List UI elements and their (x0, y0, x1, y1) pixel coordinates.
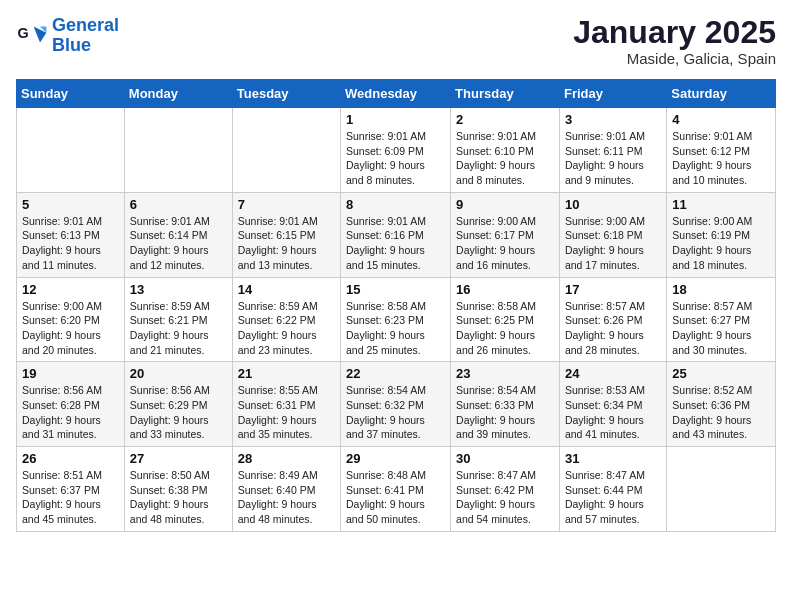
logo-text: General Blue (52, 16, 119, 56)
header-cell-sunday: Sunday (17, 80, 125, 108)
day-info: Sunrise: 9:01 AM Sunset: 6:11 PM Dayligh… (565, 129, 661, 188)
header-cell-monday: Monday (124, 80, 232, 108)
day-info: Sunrise: 8:50 AM Sunset: 6:38 PM Dayligh… (130, 468, 227, 527)
day-cell: 19Sunrise: 8:56 AM Sunset: 6:28 PM Dayli… (17, 362, 125, 447)
day-info: Sunrise: 8:54 AM Sunset: 6:32 PM Dayligh… (346, 383, 445, 442)
day-info: Sunrise: 8:58 AM Sunset: 6:23 PM Dayligh… (346, 299, 445, 358)
header-cell-wednesday: Wednesday (341, 80, 451, 108)
week-row-4: 19Sunrise: 8:56 AM Sunset: 6:28 PM Dayli… (17, 362, 776, 447)
day-number: 6 (130, 197, 227, 212)
day-cell: 2Sunrise: 9:01 AM Sunset: 6:10 PM Daylig… (451, 108, 560, 193)
day-number: 4 (672, 112, 770, 127)
day-cell: 3Sunrise: 9:01 AM Sunset: 6:11 PM Daylig… (559, 108, 666, 193)
day-info: Sunrise: 9:01 AM Sunset: 6:09 PM Dayligh… (346, 129, 445, 188)
day-cell (17, 108, 125, 193)
day-number: 28 (238, 451, 335, 466)
day-cell: 12Sunrise: 9:00 AM Sunset: 6:20 PM Dayli… (17, 277, 125, 362)
day-number: 31 (565, 451, 661, 466)
header-cell-tuesday: Tuesday (232, 80, 340, 108)
day-number: 13 (130, 282, 227, 297)
day-number: 20 (130, 366, 227, 381)
day-info: Sunrise: 8:47 AM Sunset: 6:44 PM Dayligh… (565, 468, 661, 527)
day-cell: 15Sunrise: 8:58 AM Sunset: 6:23 PM Dayli… (341, 277, 451, 362)
day-info: Sunrise: 8:57 AM Sunset: 6:26 PM Dayligh… (565, 299, 661, 358)
week-row-2: 5Sunrise: 9:01 AM Sunset: 6:13 PM Daylig… (17, 192, 776, 277)
day-number: 19 (22, 366, 119, 381)
day-cell: 4Sunrise: 9:01 AM Sunset: 6:12 PM Daylig… (667, 108, 776, 193)
day-cell: 7Sunrise: 9:01 AM Sunset: 6:15 PM Daylig… (232, 192, 340, 277)
day-cell: 13Sunrise: 8:59 AM Sunset: 6:21 PM Dayli… (124, 277, 232, 362)
day-number: 17 (565, 282, 661, 297)
day-info: Sunrise: 8:56 AM Sunset: 6:28 PM Dayligh… (22, 383, 119, 442)
week-row-3: 12Sunrise: 9:00 AM Sunset: 6:20 PM Dayli… (17, 277, 776, 362)
day-number: 22 (346, 366, 445, 381)
day-cell: 14Sunrise: 8:59 AM Sunset: 6:22 PM Dayli… (232, 277, 340, 362)
calendar-body: 1Sunrise: 9:01 AM Sunset: 6:09 PM Daylig… (17, 108, 776, 532)
day-cell (232, 108, 340, 193)
day-number: 8 (346, 197, 445, 212)
day-cell: 22Sunrise: 8:54 AM Sunset: 6:32 PM Dayli… (341, 362, 451, 447)
day-number: 21 (238, 366, 335, 381)
day-number: 9 (456, 197, 554, 212)
day-cell: 23Sunrise: 8:54 AM Sunset: 6:33 PM Dayli… (451, 362, 560, 447)
logo: G General Blue (16, 16, 119, 56)
title-block: January 2025 Maside, Galicia, Spain (573, 16, 776, 67)
day-info: Sunrise: 9:00 AM Sunset: 6:20 PM Dayligh… (22, 299, 119, 358)
day-info: Sunrise: 9:00 AM Sunset: 6:17 PM Dayligh… (456, 214, 554, 273)
day-number: 5 (22, 197, 119, 212)
day-cell: 27Sunrise: 8:50 AM Sunset: 6:38 PM Dayli… (124, 447, 232, 532)
day-cell: 8Sunrise: 9:01 AM Sunset: 6:16 PM Daylig… (341, 192, 451, 277)
day-cell (124, 108, 232, 193)
day-cell: 1Sunrise: 9:01 AM Sunset: 6:09 PM Daylig… (341, 108, 451, 193)
day-info: Sunrise: 8:54 AM Sunset: 6:33 PM Dayligh… (456, 383, 554, 442)
day-number: 29 (346, 451, 445, 466)
day-info: Sunrise: 8:57 AM Sunset: 6:27 PM Dayligh… (672, 299, 770, 358)
day-number: 15 (346, 282, 445, 297)
day-number: 23 (456, 366, 554, 381)
day-info: Sunrise: 9:01 AM Sunset: 6:13 PM Dayligh… (22, 214, 119, 273)
day-number: 3 (565, 112, 661, 127)
day-cell: 31Sunrise: 8:47 AM Sunset: 6:44 PM Dayli… (559, 447, 666, 532)
svg-text:G: G (18, 24, 29, 40)
day-number: 12 (22, 282, 119, 297)
day-info: Sunrise: 9:01 AM Sunset: 6:10 PM Dayligh… (456, 129, 554, 188)
day-info: Sunrise: 8:59 AM Sunset: 6:21 PM Dayligh… (130, 299, 227, 358)
day-cell (667, 447, 776, 532)
day-info: Sunrise: 8:47 AM Sunset: 6:42 PM Dayligh… (456, 468, 554, 527)
day-number: 24 (565, 366, 661, 381)
day-info: Sunrise: 9:00 AM Sunset: 6:19 PM Dayligh… (672, 214, 770, 273)
day-number: 10 (565, 197, 661, 212)
day-info: Sunrise: 8:53 AM Sunset: 6:34 PM Dayligh… (565, 383, 661, 442)
day-cell: 29Sunrise: 8:48 AM Sunset: 6:41 PM Dayli… (341, 447, 451, 532)
day-info: Sunrise: 9:01 AM Sunset: 6:15 PM Dayligh… (238, 214, 335, 273)
day-cell: 30Sunrise: 8:47 AM Sunset: 6:42 PM Dayli… (451, 447, 560, 532)
day-info: Sunrise: 8:48 AM Sunset: 6:41 PM Dayligh… (346, 468, 445, 527)
day-cell: 5Sunrise: 9:01 AM Sunset: 6:13 PM Daylig… (17, 192, 125, 277)
day-number: 11 (672, 197, 770, 212)
day-number: 16 (456, 282, 554, 297)
day-cell: 10Sunrise: 9:00 AM Sunset: 6:18 PM Dayli… (559, 192, 666, 277)
day-info: Sunrise: 8:59 AM Sunset: 6:22 PM Dayligh… (238, 299, 335, 358)
day-cell: 28Sunrise: 8:49 AM Sunset: 6:40 PM Dayli… (232, 447, 340, 532)
day-cell: 20Sunrise: 8:56 AM Sunset: 6:29 PM Dayli… (124, 362, 232, 447)
day-number: 25 (672, 366, 770, 381)
day-info: Sunrise: 8:49 AM Sunset: 6:40 PM Dayligh… (238, 468, 335, 527)
day-number: 30 (456, 451, 554, 466)
day-info: Sunrise: 9:01 AM Sunset: 6:14 PM Dayligh… (130, 214, 227, 273)
calendar-header: SundayMondayTuesdayWednesdayThursdayFrid… (17, 80, 776, 108)
header-cell-thursday: Thursday (451, 80, 560, 108)
day-cell: 17Sunrise: 8:57 AM Sunset: 6:26 PM Dayli… (559, 277, 666, 362)
day-number: 27 (130, 451, 227, 466)
day-number: 18 (672, 282, 770, 297)
day-cell: 11Sunrise: 9:00 AM Sunset: 6:19 PM Dayli… (667, 192, 776, 277)
day-cell: 26Sunrise: 8:51 AM Sunset: 6:37 PM Dayli… (17, 447, 125, 532)
day-info: Sunrise: 8:52 AM Sunset: 6:36 PM Dayligh… (672, 383, 770, 442)
calendar-table: SundayMondayTuesdayWednesdayThursdayFrid… (16, 79, 776, 532)
day-cell: 25Sunrise: 8:52 AM Sunset: 6:36 PM Dayli… (667, 362, 776, 447)
week-row-5: 26Sunrise: 8:51 AM Sunset: 6:37 PM Dayli… (17, 447, 776, 532)
day-cell: 21Sunrise: 8:55 AM Sunset: 6:31 PM Dayli… (232, 362, 340, 447)
day-cell: 16Sunrise: 8:58 AM Sunset: 6:25 PM Dayli… (451, 277, 560, 362)
header-cell-friday: Friday (559, 80, 666, 108)
day-info: Sunrise: 9:00 AM Sunset: 6:18 PM Dayligh… (565, 214, 661, 273)
day-number: 1 (346, 112, 445, 127)
